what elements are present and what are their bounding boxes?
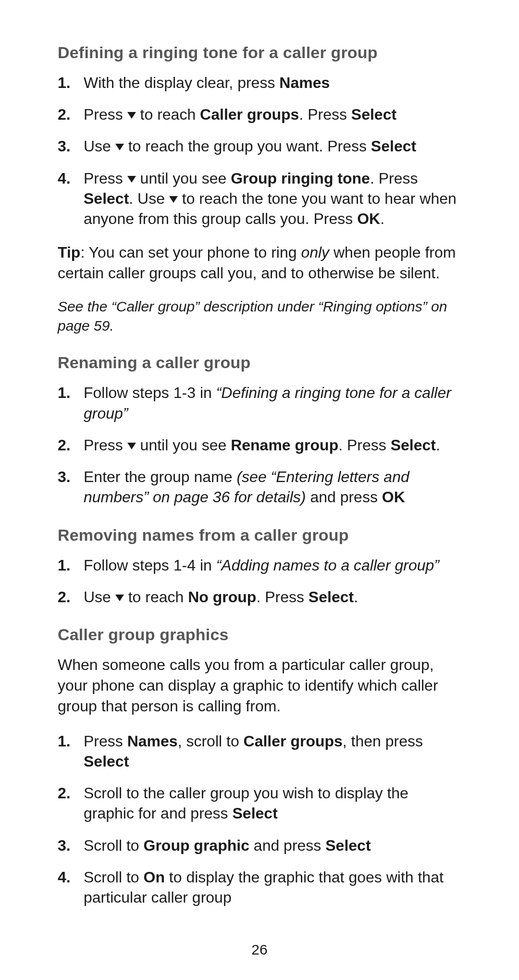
down-arrow-icon	[127, 103, 136, 124]
step-body: Use to reach the group you want. Press S…	[84, 136, 461, 156]
step-number: 2.	[58, 104, 84, 124]
step-body: Scroll to Group graphic and press Select	[84, 835, 461, 856]
step-body: Press to reach Caller groups. Press Sele…	[84, 104, 461, 124]
text: .	[436, 436, 440, 454]
down-arrow-icon	[127, 434, 136, 454]
ui-label: Caller groups	[200, 106, 299, 123]
svg-marker-4	[127, 443, 136, 449]
svg-marker-5	[115, 595, 124, 601]
step-number: 2.	[58, 587, 84, 607]
ui-label: Select	[371, 137, 416, 155]
text: to reach the group you want. Press	[124, 137, 371, 155]
text: . Press	[299, 106, 351, 123]
list-item: 2. Use to reach No group. Press Select.	[58, 587, 461, 607]
steps-renaming: 1. Follow steps 1-3 in “Defining a ringi…	[58, 383, 461, 507]
text: until you see	[136, 436, 231, 454]
text: Press	[84, 106, 127, 123]
text: . Press	[256, 588, 308, 606]
ui-label: Select	[309, 588, 354, 606]
heading-defining: Defining a ringing tone for a caller gro…	[58, 43, 461, 62]
text: Scroll to	[84, 868, 143, 886]
step-number: 1.	[58, 555, 84, 575]
italic-text: only	[301, 244, 329, 261]
step-number: 1.	[58, 383, 84, 403]
step-body: Press Names, scroll to Caller groups, th…	[84, 731, 461, 771]
heading-renaming: Renaming a caller group	[58, 353, 461, 372]
step-body: With the display clear, press Names	[84, 73, 461, 93]
text: Press	[84, 732, 127, 750]
step-number: 1.	[58, 73, 84, 93]
list-item: 1. Follow steps 1-4 in “Adding names to …	[58, 555, 461, 575]
list-item: 2. Press to reach Caller groups. Press S…	[58, 104, 461, 124]
list-item: 1. Press Names, scroll to Caller groups,…	[58, 731, 461, 771]
list-item: 3. Scroll to Group graphic and press Sel…	[58, 835, 461, 856]
page-number: 26	[0, 942, 519, 958]
tip-paragraph: Tip: You can set your phone to ring only…	[58, 242, 461, 284]
text: Use	[84, 588, 115, 606]
list-item: 1. With the display clear, press Names	[58, 73, 461, 93]
ui-label: Select	[84, 753, 129, 770]
text: to reach	[124, 588, 188, 606]
step-body: Scroll to the caller group you wish to d…	[84, 783, 461, 823]
document-page: Defining a ringing tone for a caller gro…	[0, 0, 519, 980]
ui-label: Select	[391, 436, 436, 454]
text: , then press	[343, 732, 423, 750]
text: Press	[84, 436, 127, 454]
text: to reach	[136, 106, 200, 123]
ui-label: Select	[325, 837, 371, 854]
text: . Press	[338, 436, 390, 454]
svg-marker-1	[115, 144, 124, 150]
intro-graphics: When someone calls you from a particular…	[58, 655, 461, 717]
svg-marker-2	[127, 176, 136, 183]
text: Press	[84, 170, 127, 187]
heading-graphics: Caller group graphics	[58, 625, 461, 644]
ui-label: Names	[127, 732, 178, 750]
list-item: 2. Scroll to the caller group you wish t…	[58, 783, 461, 823]
ui-label: Group graphic	[143, 837, 249, 854]
text: With the display clear, press	[84, 74, 279, 91]
step-body: Press until you see Group ringing tone. …	[84, 168, 461, 229]
ui-label: OK	[357, 210, 380, 227]
text: . Use	[129, 190, 169, 207]
step-body: Scroll to On to display the graphic that…	[84, 867, 461, 907]
step-body: Follow steps 1-4 in “Adding names to a c…	[84, 555, 461, 575]
down-arrow-icon	[127, 167, 136, 187]
list-item: 3. Use to reach the group you want. Pres…	[58, 136, 461, 156]
text: Use	[84, 137, 115, 155]
ui-label: On	[143, 868, 164, 886]
text: , scroll to	[178, 732, 244, 750]
text: Enter the group name	[84, 468, 236, 485]
svg-marker-3	[169, 196, 178, 203]
ui-label: Rename group	[231, 436, 338, 454]
list-item: 2. Press until you see Rename group. Pre…	[58, 435, 461, 455]
down-arrow-icon	[169, 187, 178, 208]
steps-graphics: 1. Press Names, scroll to Caller groups,…	[58, 731, 461, 908]
heading-removing: Removing names from a caller group	[58, 526, 461, 545]
ui-label: Group ringing tone	[231, 170, 370, 187]
ui-label: Caller groups	[244, 732, 343, 750]
step-number: 2.	[58, 783, 84, 803]
list-item: 4. Scroll to On to display the graphic t…	[58, 867, 461, 907]
tip-label: Tip	[58, 244, 80, 261]
ui-label: No group	[188, 588, 256, 606]
text: : You can set your phone to ring	[80, 244, 301, 261]
ui-label: OK	[382, 488, 405, 506]
svg-marker-0	[127, 112, 136, 119]
text: and press	[249, 837, 325, 854]
step-number: 4.	[58, 168, 84, 188]
text: Follow steps 1-3 in	[84, 384, 216, 401]
step-number: 2.	[58, 435, 84, 455]
ui-label: Select	[233, 805, 278, 822]
ui-label: Select	[84, 190, 129, 207]
list-item: 3. Enter the group name (see “Entering l…	[58, 467, 461, 507]
list-item: 4. Press until you see Group ringing ton…	[58, 168, 461, 229]
text: and press	[306, 488, 382, 506]
text: until you see	[136, 170, 231, 187]
steps-defining: 1. With the display clear, press Names 2…	[58, 73, 461, 229]
step-body: Follow steps 1-3 in “Defining a ringing …	[84, 383, 461, 423]
reference-text: See the “Caller group” description under…	[58, 297, 461, 335]
ui-label: Select	[351, 106, 396, 123]
step-number: 3.	[58, 136, 84, 156]
steps-removing: 1. Follow steps 1-4 in “Adding names to …	[58, 555, 461, 607]
text: Follow steps 1-4 in	[84, 557, 216, 574]
